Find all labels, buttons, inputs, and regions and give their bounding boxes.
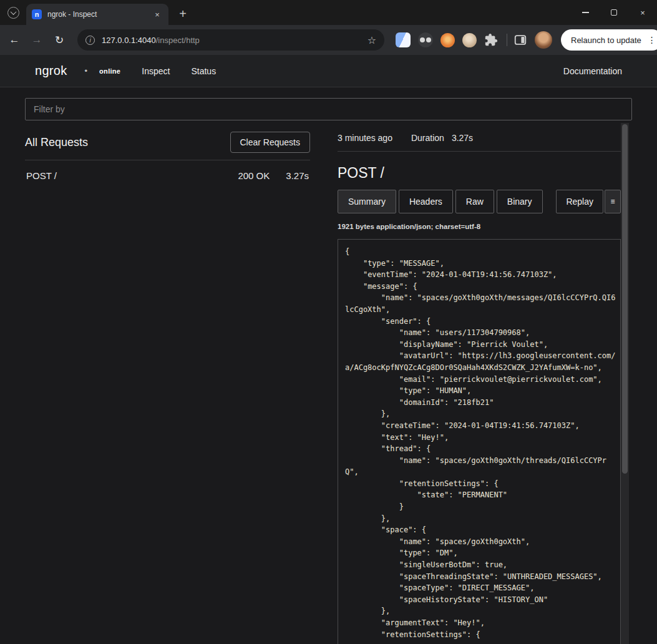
browser-window: n ngrok - Inspect × + × ← → ↻ i 127.0.0.… xyxy=(0,0,657,644)
replay-menu-icon[interactable]: ≡ xyxy=(605,190,621,213)
requests-title: All Requests xyxy=(25,136,88,149)
browser-toolbar: ← → ↻ i 127.0.0.1:4040/inspect/http ☆ Re… xyxy=(0,25,657,55)
tab-search-button[interactable] xyxy=(5,4,22,21)
replay-button[interactable]: Replay xyxy=(556,190,603,213)
inspect-content: All Requests Clear Requests POST / 200 O… xyxy=(0,87,657,644)
nav-item-inspect[interactable]: Inspect xyxy=(142,66,170,76)
maximize-icon xyxy=(611,9,617,16)
detail-divider xyxy=(338,151,621,152)
requests-panel: All Requests Clear Requests POST / 200 O… xyxy=(25,126,310,644)
orange-circle-extension-icon[interactable] xyxy=(440,33,455,47)
tab-title: ngrok - Inspect xyxy=(47,10,152,19)
minimize-icon xyxy=(582,12,589,13)
relaunch-label: Relaunch to update xyxy=(571,36,641,45)
browser-menu-icon[interactable]: ⋮ xyxy=(648,35,656,45)
request-row[interactable]: POST / 200 OK 3.27s xyxy=(25,160,310,191)
tab-binary[interactable]: Binary xyxy=(497,190,543,213)
ngrok-logo[interactable]: ngrok xyxy=(35,64,67,78)
image-extension-icon[interactable] xyxy=(396,32,411,47)
bookmark-star-icon[interactable]: ☆ xyxy=(367,34,376,46)
response-content-meta: 1921 bytes application/json; charset=utf… xyxy=(338,223,621,230)
filter-input[interactable] xyxy=(25,98,632,120)
request-status: 200 OK xyxy=(238,170,270,181)
detail-meta-row: 3 minutes ago Duration 3.27s xyxy=(338,126,621,151)
requests-header: All Requests Clear Requests xyxy=(25,126,310,160)
duration-value: 3.27s xyxy=(452,133,473,143)
tab-headers[interactable]: Headers xyxy=(399,190,453,213)
request-detail-panel: 3 minutes ago Duration 3.27s POST / Summ… xyxy=(338,126,621,644)
request-duration-meta: Duration 3.27s xyxy=(411,133,473,143)
window-controls: × xyxy=(571,0,657,25)
duration-label: Duration xyxy=(411,133,444,143)
profile-avatar[interactable] xyxy=(535,31,552,49)
request-time-ago: 3 minutes ago xyxy=(338,133,392,143)
nav-item-documentation[interactable]: Documentation xyxy=(563,66,622,76)
tab-summary[interactable]: Summary xyxy=(338,190,396,213)
reload-icon[interactable]: ↻ xyxy=(49,30,69,50)
close-button[interactable]: × xyxy=(628,0,657,25)
scrollbar-thumb[interactable] xyxy=(622,124,628,474)
goggles-extension-icon[interactable] xyxy=(418,32,433,47)
chevron-down-icon xyxy=(7,7,19,19)
url-host: 127.0.0.1:4040 xyxy=(102,36,156,45)
extension-icons xyxy=(396,32,535,47)
browser-titlebar: n ngrok - Inspect × + × xyxy=(0,0,657,25)
site-info-icon[interactable]: i xyxy=(85,36,95,45)
detail-scrollbar[interactable] xyxy=(621,123,629,644)
tab-close-icon[interactable]: × xyxy=(152,9,163,20)
replay-group: Replay ≡ xyxy=(556,190,621,213)
ngrok-navbar: ngrok • online Inspect Status Documentat… xyxy=(0,55,657,87)
tab-raw[interactable]: Raw xyxy=(455,190,494,213)
clear-requests-button[interactable]: Clear Requests xyxy=(230,132,311,153)
request-duration: 3.27s xyxy=(286,170,309,181)
request-title: POST / xyxy=(338,165,621,182)
detail-tabs-row: Summary Headers Raw Binary Replay ≡ xyxy=(338,190,621,213)
extensions-puzzle-icon[interactable] xyxy=(484,33,498,47)
maximize-button[interactable] xyxy=(600,0,628,25)
url-path: /inspect/http xyxy=(156,36,200,45)
back-icon[interactable]: ← xyxy=(4,30,24,50)
inspect-columns: All Requests Clear Requests POST / 200 O… xyxy=(25,126,632,644)
forward-icon[interactable]: → xyxy=(27,30,47,50)
ngrok-inspect-page: ngrok • online Inspect Status Documentat… xyxy=(0,55,657,644)
url-text: 127.0.0.1:4040/inspect/http xyxy=(102,36,367,45)
tunnel-status-label: online xyxy=(99,67,120,75)
status-dot-icon: • xyxy=(85,66,88,76)
minimize-button[interactable] xyxy=(571,0,600,25)
browser-tab[interactable]: n ngrok - Inspect × xyxy=(26,4,168,25)
address-bar[interactable]: i 127.0.0.1:4040/inspect/http ☆ xyxy=(77,29,384,51)
relaunch-button[interactable]: Relaunch to update ⋮ xyxy=(561,29,657,51)
beige-circle-extension-icon[interactable] xyxy=(462,33,477,47)
toolbar-divider xyxy=(507,34,507,46)
side-panel-icon[interactable] xyxy=(513,33,527,47)
request-method-path: POST / xyxy=(26,170,238,181)
request-body-block: { "type": "MESSAGE", "eventTime": "2024-… xyxy=(338,239,621,644)
ngrok-favicon-icon: n xyxy=(32,9,42,19)
request-body-json: { "type": "MESSAGE", "eventTime": "2024-… xyxy=(345,246,616,640)
nav-item-status[interactable]: Status xyxy=(191,66,216,76)
new-tab-button[interactable]: + xyxy=(173,4,192,23)
